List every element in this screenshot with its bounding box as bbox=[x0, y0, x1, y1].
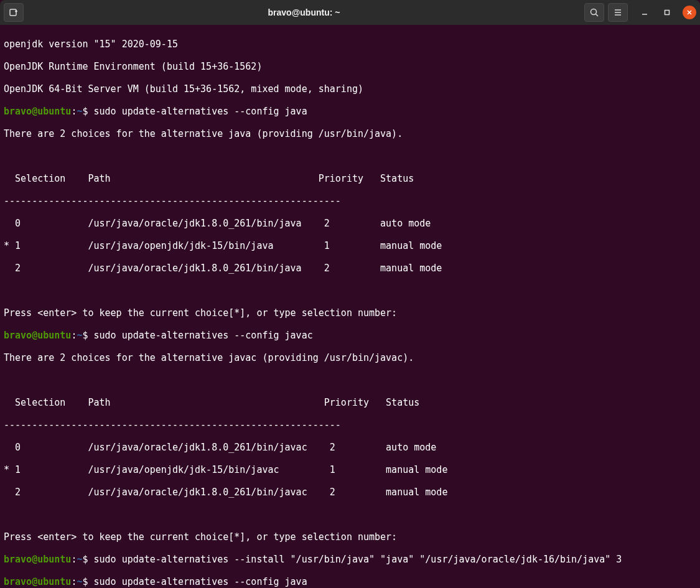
minimize-icon bbox=[642, 9, 648, 16]
titlebar-right-controls bbox=[584, 3, 696, 22]
table-row: 0 /usr/java/oracle/jdk1.8.0_261/bin/java… bbox=[4, 218, 698, 229]
maximize-icon bbox=[664, 9, 670, 16]
new-tab-icon bbox=[9, 7, 19, 17]
maximize-button[interactable] bbox=[660, 6, 674, 19]
table-separator: ----------------------------------------… bbox=[4, 419, 698, 431]
minimize-button[interactable] bbox=[638, 6, 651, 19]
close-icon bbox=[686, 9, 693, 16]
output-line bbox=[4, 509, 698, 520]
svg-rect-0 bbox=[10, 9, 16, 16]
prompt-line: bravo@ubuntu:~$ sudo update-alternatives… bbox=[4, 576, 698, 587]
prompt-line: bravo@ubuntu:~$ sudo update-alternatives… bbox=[4, 554, 698, 565]
prompt-line: bravo@ubuntu:~$ sudo update-alternatives… bbox=[4, 106, 698, 117]
output-line bbox=[4, 285, 698, 296]
hamburger-icon bbox=[613, 7, 623, 17]
table-row: 2 /usr/java/oracle/jdk1.8.0_261/bin/java… bbox=[4, 263, 698, 274]
titlebar-left-controls bbox=[4, 3, 24, 22]
svg-line-4 bbox=[596, 14, 599, 17]
prompt-line: bravo@ubuntu:~$ sudo update-alternatives… bbox=[4, 330, 698, 341]
terminal-output[interactable]: openjdk version "15" 2020-09-15 OpenJDK … bbox=[0, 25, 700, 588]
window-titlebar: bravo@ubuntu: ~ bbox=[0, 0, 700, 25]
output-line: OpenJDK Runtime Environment (build 15+36… bbox=[4, 61, 698, 72]
table-header: Selection Path Priority Status bbox=[4, 397, 698, 408]
close-button[interactable] bbox=[683, 6, 696, 19]
window-controls bbox=[638, 6, 696, 19]
svg-point-3 bbox=[591, 9, 597, 15]
table-separator: ----------------------------------------… bbox=[4, 195, 698, 207]
output-line: OpenJDK 64-Bit Server VM (build 15+36-15… bbox=[4, 83, 698, 95]
command-text: sudo update-alternatives --config java bbox=[88, 106, 307, 117]
search-button[interactable] bbox=[584, 3, 604, 22]
table-row: 2 /usr/java/oracle/jdk1.8.0_261/bin/java… bbox=[4, 487, 698, 498]
window-title: bravo@ubuntu: ~ bbox=[24, 7, 584, 17]
command-text: sudo update-alternatives --install "/usr… bbox=[88, 554, 622, 565]
menu-button[interactable] bbox=[608, 3, 628, 22]
table-header: Selection Path Priority Status bbox=[4, 173, 698, 184]
prompt-user: bravo@ubuntu bbox=[4, 106, 71, 117]
output-line: Press <enter> to keep the current choice… bbox=[4, 531, 698, 543]
table-row: * 1 /usr/java/openjdk/jdk-15/bin/java 1 … bbox=[4, 240, 698, 251]
table-row: * 1 /usr/java/openjdk/jdk-15/bin/javac 1… bbox=[4, 464, 698, 475]
command-text: sudo update-alternatives --config javac bbox=[88, 330, 312, 341]
command-text: sudo update-alternatives --config java bbox=[88, 576, 307, 587]
output-line: Press <enter> to keep the current choice… bbox=[4, 307, 698, 319]
search-icon bbox=[589, 7, 599, 17]
table-row: 0 /usr/java/oracle/jdk1.8.0_261/bin/java… bbox=[4, 442, 698, 453]
new-tab-button[interactable] bbox=[4, 3, 24, 22]
output-line bbox=[4, 375, 698, 386]
output-line: There are 2 choices for the alternative … bbox=[4, 352, 698, 363]
output-line: There are 2 choices for the alternative … bbox=[4, 128, 698, 139]
output-line bbox=[4, 151, 698, 162]
svg-rect-9 bbox=[665, 11, 670, 15]
output-line: openjdk version "15" 2020-09-15 bbox=[4, 39, 698, 50]
